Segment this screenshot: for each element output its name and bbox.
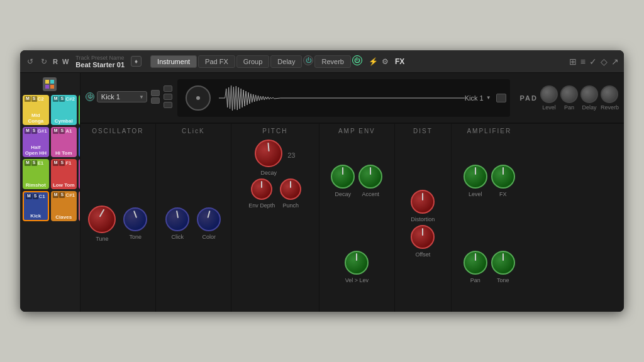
click-knob[interactable] (165, 207, 189, 231)
undo-button[interactable]: ↺ (25, 56, 35, 67)
amp-decay-label: Decay (335, 191, 352, 197)
grid-icon[interactable]: ⊞ (569, 57, 577, 67)
amp-fx-knob[interactable] (491, 165, 515, 189)
accent-knob[interactable] (358, 165, 382, 189)
amp-pan-knob[interactable] (464, 251, 487, 275)
pad-13[interactable]: M S C#1 Claves (51, 191, 77, 221)
pitch-decay-knob[interactable] (255, 140, 282, 167)
amp-fx-knob-group: FX (491, 165, 515, 197)
kick-list-up[interactable] (151, 90, 160, 96)
amp-decay-knob[interactable] (331, 165, 355, 189)
svg-rect-1 (50, 80, 54, 84)
synth-sections: OSCILLATOR Tune Tone CLicK (80, 123, 624, 312)
amp-tone-knob[interactable] (491, 251, 515, 275)
w-label: W (62, 58, 69, 65)
dist-section: DIST Distortion Offset (395, 124, 452, 312)
kick-list-down[interactable] (151, 97, 160, 104)
tab-reverb[interactable]: Reverb (314, 55, 350, 68)
kick-icon (182, 82, 214, 114)
vellev-knob[interactable] (345, 251, 369, 275)
redo-button[interactable]: ↻ (39, 56, 49, 67)
oscillator-title: OSCILLATOR (86, 128, 150, 134)
pad-reverb-label: Reverb (601, 104, 619, 111)
punch-label: Punch (283, 202, 299, 209)
click-knob-group: Click (165, 207, 189, 240)
kick-list-buttons (151, 90, 160, 104)
waveform-extra-btn[interactable] (496, 94, 506, 102)
waveform-controls: Kick 1 ▼ (465, 94, 506, 102)
kick-btn-2[interactable] (164, 94, 172, 100)
top-bar: ↺ ↻ R W Track Preset Name Beat Starter 0… (20, 50, 624, 73)
color-knob[interactable] (197, 207, 221, 231)
tab-padfx[interactable]: Pad FX (198, 55, 235, 68)
tab-group: Instrument Pad FX Group Delay ⏻ Reverb ⏻ (150, 55, 362, 68)
diamond-icon[interactable]: ◇ (601, 57, 608, 67)
list-icon[interactable]: ≡ (580, 57, 586, 67)
tab-instrument[interactable]: Instrument (150, 55, 197, 68)
click-title: CLicK (161, 128, 226, 134)
pad-1[interactable]: M S C#2 Cymbal (51, 95, 77, 125)
kick-btn-1[interactable] (164, 85, 172, 92)
kick-dropdown[interactable]: Kick 1 ▼ (97, 91, 147, 102)
tab-delay[interactable]: Delay (270, 55, 302, 68)
pad-4[interactable]: M S G#1 Half Open HH (23, 127, 49, 157)
dropdown-arrow2-icon[interactable]: ▼ (486, 95, 491, 101)
pitch-bottom-row: Env Depth Punch (248, 178, 301, 209)
expand-icon[interactable]: ↗ (611, 57, 619, 67)
tab-group[interactable]: Group (236, 55, 270, 68)
pad-5[interactable]: M S A1 Hi Tom (51, 127, 77, 157)
punch-knob[interactable] (280, 178, 301, 200)
distortion-knob-group: Distortion (411, 190, 435, 222)
pad-delay-knob[interactable] (580, 85, 598, 103)
preset-save-button[interactable]: ♦ (131, 56, 142, 67)
color-knob-group: Color (197, 207, 221, 240)
osc-tone-knob[interactable] (123, 207, 147, 231)
amp-decay-knob-group: Decay (331, 165, 355, 197)
pitch-decay-label: Decay (260, 170, 277, 176)
check-icon[interactable]: ✓ (589, 57, 597, 67)
settings-icon: ⚙ (382, 57, 389, 66)
kick-btn-3[interactable] (164, 102, 172, 108)
delay-power-button[interactable]: ⏻ (303, 55, 313, 65)
envdepth-label: Env Depth (248, 202, 275, 209)
reverb-power-button[interactable]: ⏻ (352, 55, 362, 65)
pad-knob-pan: Pan (560, 85, 578, 111)
pad-pan-knob[interactable] (560, 85, 578, 103)
amp-level-knob[interactable] (464, 165, 487, 189)
kick-buttons (164, 85, 172, 108)
kick-selector-row: ⏻ Kick 1 ▼ (86, 85, 172, 108)
oscillator-knobs: Tune Tone (86, 140, 150, 308)
punch-knob-group: Punch (280, 178, 301, 209)
amplifier-section: AMPLIFIER Level FX Pan (452, 124, 527, 312)
svg-rect-0 (45, 80, 49, 84)
tune-knob[interactable] (88, 206, 116, 233)
pad-knob-level: Level (540, 85, 558, 111)
pad-8[interactable]: M S E1 Rimshot (23, 159, 49, 189)
envdepth-knob-group: Env Depth (248, 178, 275, 209)
amp-tone-label: Tone (497, 277, 509, 283)
amplifier-knobs: Level FX Pan Tone (457, 140, 522, 308)
preset-name-label: Track Preset Name (75, 55, 125, 61)
pad-0[interactable]: M S C2 Mid Conga (23, 95, 49, 125)
tune-knob-group: Tune (88, 206, 116, 242)
preset-area: Track Preset Name Beat Starter 01 (75, 55, 125, 69)
osc-tone-knob-group: Tone (123, 207, 147, 240)
pad-reverb-knob[interactable] (601, 85, 618, 103)
kick-power-button[interactable]: ⏻ (86, 92, 94, 101)
amp-tone-knob-group: Tone (491, 251, 515, 283)
pad-level-knob[interactable] (540, 85, 558, 103)
ampenv-section: AMP ENV Decay Accent Vel > Lev (319, 124, 395, 312)
kick-dot (196, 96, 200, 100)
pad-9[interactable]: M S F1 Low Tom (51, 159, 77, 189)
pitch-title: PITCH (236, 128, 314, 134)
envdepth-knob[interactable] (251, 178, 272, 200)
ampenv-knobs: Decay Accent Vel > Lev (325, 140, 389, 308)
lightning-icon: ⚡ (369, 57, 378, 66)
pad-12[interactable]: M S C1 Kick (23, 191, 49, 221)
pad-grid-icon[interactable] (43, 77, 57, 91)
color-label: Color (203, 234, 216, 240)
distortion-knob[interactable] (411, 190, 435, 214)
offset-knob[interactable] (411, 225, 435, 249)
svg-rect-3 (50, 85, 54, 89)
dist-knobs: Distortion Offset (400, 140, 446, 308)
